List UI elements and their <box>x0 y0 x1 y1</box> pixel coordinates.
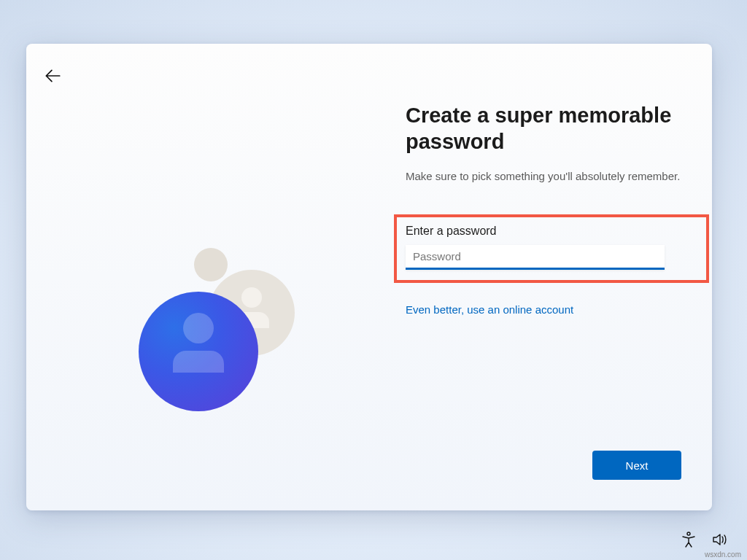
decorative-dot <box>194 248 228 281</box>
password-field-highlight: Enter a password <box>394 214 709 283</box>
password-label: Enter a password <box>406 225 697 238</box>
online-account-link[interactable]: Even better, use an online account <box>406 303 573 316</box>
person-icon-front <box>139 292 258 411</box>
form-content: Create a super memorable password Make s… <box>406 102 697 316</box>
back-button[interactable] <box>41 64 64 88</box>
system-tray <box>680 531 728 548</box>
user-illustration <box>136 248 303 416</box>
arrow-left-icon <box>43 66 62 85</box>
watermark-text: wsxdn.com <box>705 551 741 559</box>
page-subtitle: Make sure to pick something you'll absol… <box>406 168 697 184</box>
page-title: Create a super memorable password <box>406 102 697 155</box>
volume-icon[interactable] <box>711 531 728 548</box>
svg-point-0 <box>687 532 690 535</box>
setup-card: Create a super memorable password Make s… <box>26 44 712 510</box>
accessibility-icon[interactable] <box>680 531 697 548</box>
password-input[interactable] <box>406 245 665 270</box>
next-button[interactable]: Next <box>592 451 681 480</box>
